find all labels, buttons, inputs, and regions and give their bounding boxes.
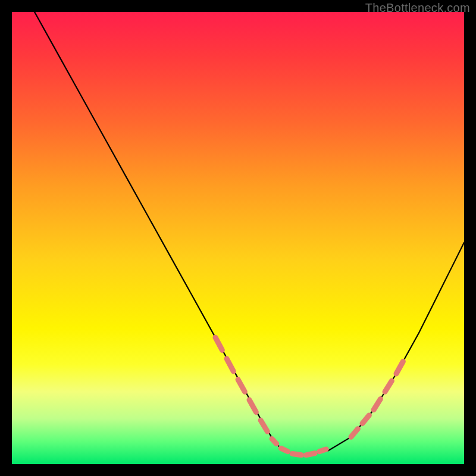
highlight-dash — [249, 400, 256, 412]
bottleneck-curve — [35, 12, 464, 455]
plot-area — [12, 12, 464, 464]
highlight-dash — [306, 453, 315, 455]
highlight-dash — [396, 361, 403, 374]
highlight-dash — [281, 448, 287, 451]
chart-frame: TheBottleneck.com — [0, 0, 476, 476]
highlight-dash — [362, 415, 369, 424]
curve-svg — [12, 12, 464, 464]
highlight-dash — [374, 399, 380, 410]
highlight-dash — [292, 454, 301, 455]
highlight-dash — [261, 420, 267, 431]
highlight-dash — [351, 429, 358, 437]
highlight-dash — [215, 337, 222, 350]
highlight-dash — [272, 439, 277, 443]
highlight-dash — [385, 381, 392, 392]
highlight-dash — [320, 449, 326, 452]
highlight-dash — [227, 359, 233, 371]
highlight-dash — [238, 380, 245, 392]
highlight-dashes — [215, 337, 403, 455]
